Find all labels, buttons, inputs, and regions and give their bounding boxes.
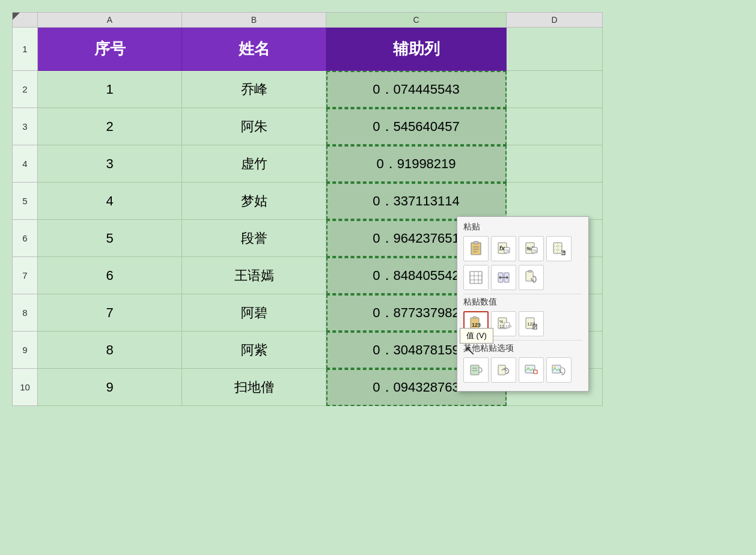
values-special-icon: 123 [523,315,540,332]
cell-4a[interactable]: 3 [38,145,182,183]
paste-btn-grid[interactable] [463,265,489,290]
paste-btn-standard[interactable] [463,236,489,261]
cell-9b[interactable]: 阿紫 [182,332,326,369]
row-num-7: 7 [13,257,38,294]
paste-btn-formula-pct[interactable]: %fx % [519,236,544,261]
values-numfmt-icon: % 123 123 [495,315,512,332]
svg-text:%: % [499,320,503,324]
cell-4b[interactable]: 虚竹 [182,145,326,183]
table-row: 3 2 阿朱 0．545640457 [13,108,603,145]
cell-7b[interactable]: 王语嫣 [182,257,326,294]
paste-popup: 粘贴 fx % [457,216,589,392]
paste-btn-values-special[interactable]: 123 [519,311,544,336]
table-row: 5 4 梦姑 0．337113114 [13,183,603,220]
svg-rect-29 [528,270,532,272]
row-num-3: 3 [13,108,38,145]
row-num-4: 4 [13,145,38,183]
cell-9a[interactable]: 8 [38,332,182,369]
corner-cell [13,13,38,28]
paste-btn-link2[interactable] [491,357,516,383]
svg-text:%: % [505,249,509,253]
cell-3c[interactable]: 0．545640457 [326,108,507,145]
paste-btn-formula[interactable]: fx % [491,236,516,261]
cell-5d[interactable] [507,183,603,220]
linked-image-icon [550,362,567,378]
cell-5a[interactable]: 4 [38,183,182,220]
clipboard-icon [468,240,484,257]
cell-8a[interactable]: 7 [38,294,182,332]
paste-other-row [463,357,582,383]
colwidth-icon [495,269,512,286]
svg-text:%: % [533,249,537,253]
col-header-b[interactable]: B [182,13,326,28]
link2-icon [495,362,512,378]
col-header-c[interactable]: C [326,13,507,28]
paste-icons-row: fx % %fx % [463,236,582,261]
header-aux: 辅助列 [326,28,507,71]
svg-rect-47 [534,370,537,374]
paste-btn-formatting[interactable] [463,357,489,383]
image-paste-icon [523,362,540,378]
paste-btn-values-numfmt[interactable]: % 123 123 [491,311,516,336]
col-header-a[interactable]: A [38,13,182,28]
paste-divider-1 [463,294,582,294]
table-row: 2 1 乔峰 0．074445543 [13,71,603,108]
cell-3a[interactable]: 2 [38,108,182,145]
paste-btn-link[interactable] [519,265,544,290]
table-row: 1 序号 姓名 辅助列 [13,28,603,71]
paste-options-label: 其他粘贴选项 [463,343,582,354]
row-num-2: 2 [13,71,38,108]
svg-text:123: 123 [472,322,481,328]
svg-rect-41 [471,365,479,375]
tooltip-value: 值 (V) [460,328,493,344]
cell-3d[interactable] [507,108,603,145]
paste-values-label: 粘贴数值 [463,297,582,308]
row-num-8: 8 [13,294,38,332]
cell-6b[interactable]: 段誉 [182,220,326,257]
row-num-9: 9 [13,332,38,369]
cell-10b[interactable]: 扫地僧 [182,369,326,406]
paste-btn-special[interactable] [546,236,572,261]
grid-icon [468,269,484,286]
paste-btn-linked-image[interactable] [546,357,572,383]
cell-5b[interactable]: 梦姑 [182,183,326,220]
row-num-10: 10 [13,369,38,406]
svg-rect-1 [474,241,478,244]
cell-4c[interactable]: 0．91998219 [326,145,507,183]
paste-icons-row-2 [463,265,582,290]
svg-rect-31 [473,317,477,318]
paste-btn-image[interactable] [519,357,544,383]
svg-rect-18 [470,271,482,284]
row-num-5: 5 [13,183,38,220]
svg-rect-0 [471,243,481,255]
formula-icon: fx % [495,240,512,257]
row-num-1: 1 [13,28,38,71]
cell-5c[interactable]: 0．337113114 [326,183,507,220]
link-paste-icon [523,269,540,286]
cell-2d[interactable] [507,71,603,108]
paste-label: 粘贴 [463,222,582,232]
cell-1d[interactable] [507,28,603,71]
table-row: 4 3 虚竹 0．91998219 [13,145,603,183]
spreadsheet-container: A B C D 1 序号 姓名 辅助列 2 1 乔峰 0．074445543 [0,0,756,418]
cell-2b[interactable]: 乔峰 [182,71,326,108]
paste-btn-colwidth[interactable] [491,265,516,290]
special-paste-icon [550,240,567,257]
cell-6a[interactable]: 5 [38,220,182,257]
cell-2a[interactable]: 1 [38,71,182,108]
cell-2c[interactable]: 0．074445543 [326,71,507,108]
cell-3b[interactable]: 阿朱 [182,108,326,145]
svg-text:123: 123 [505,324,512,328]
cell-7a[interactable]: 6 [38,257,182,294]
header-name: 姓名 [182,28,326,71]
formula-pct-icon: %fx % [523,240,540,257]
cell-8b[interactable]: 阿碧 [182,294,326,332]
cell-4d[interactable] [507,145,603,183]
row-num-6: 6 [13,220,38,257]
header-seq: 序号 [38,28,182,71]
cell-10a[interactable]: 9 [38,369,182,406]
formatting-icon [468,362,484,378]
col-header-d[interactable]: D [507,13,603,28]
